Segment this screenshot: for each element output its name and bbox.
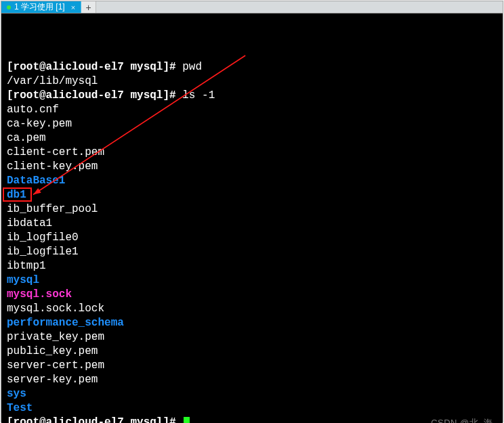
listing-item: mysql: [7, 273, 497, 288]
listing-item: mysql.sock.lock: [7, 302, 497, 316]
listing-item: server-key.pem: [7, 373, 497, 387]
listing-item: ib_logfile0: [7, 231, 497, 245]
close-icon[interactable]: ×: [71, 3, 75, 12]
listing-item: ca.pem: [7, 131, 497, 146]
tab-bar: 1 学习使用 [1] × +: [1, 1, 503, 14]
listing-item: ib_logfile1: [7, 245, 497, 259]
new-tab-button[interactable]: +: [81, 1, 96, 13]
listing-item: ibtmp1: [7, 259, 497, 273]
prompt-line: [root@alicloud-el7 mysql]# ls -1: [7, 89, 497, 103]
listing-item: ca-key.pem: [7, 117, 497, 131]
listing-item: ibdata1: [7, 217, 497, 231]
prompt-line: [root@alicloud-el7 mysql]#: [7, 416, 497, 423]
terminal-window: 1 学习使用 [1] × + [root@alicloud-el7 mysql]…: [1, 1, 503, 422]
tab-active[interactable]: 1 学习使用 [1] ×: [1, 1, 81, 13]
tab-label: 1 学习使用 [1]: [14, 1, 65, 13]
listing-item: Test: [7, 401, 497, 416]
listing-item: private_key.pem: [7, 330, 497, 344]
listing-item: client-cert.pem: [7, 146, 497, 160]
listing-item: server-cert.pem: [7, 359, 497, 373]
listing-item: DataBase1: [7, 174, 497, 188]
prompt-line: [root@alicloud-el7 mysql]# pwd: [7, 60, 497, 74]
listing-item: public_key.pem: [7, 344, 497, 359]
listing-item: ib_buffer_pool: [7, 202, 497, 217]
plus-icon: +: [86, 2, 91, 13]
status-dot-icon: [7, 5, 11, 9]
listing-item: mysql.sock: [7, 288, 497, 302]
listing-item: db1: [7, 188, 497, 202]
listing-item: client-key.pem: [7, 160, 497, 174]
listing-item: auto.cnf: [7, 103, 497, 117]
terminal-body[interactable]: [root@alicloud-el7 mysql]# pwd/var/lib/m…: [1, 14, 503, 423]
cursor: [184, 417, 190, 423]
listing-item: performance_schema: [7, 316, 497, 330]
listing-item: sys: [7, 387, 497, 401]
output-line: /var/lib/mysql: [7, 74, 497, 89]
